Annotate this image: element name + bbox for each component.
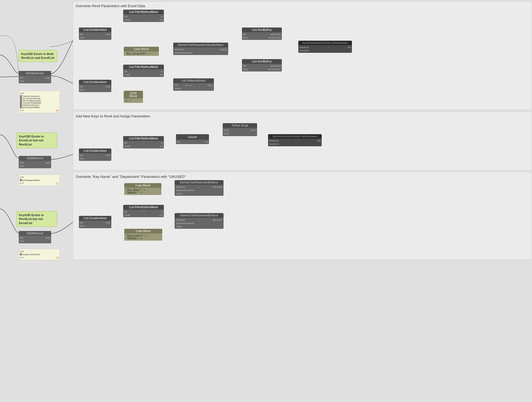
code-block-2[interactable]: Code Block 2; > xyxy=(124,91,143,103)
contains-item-2[interactable]: List.ContainsItem list › bool item › xyxy=(79,80,111,92)
set-diff2-body: list1 › var[] list2 › xyxy=(19,236,51,243)
item-port-2: item xyxy=(80,89,85,91)
set-intersection-node[interactable]: SetIntersection list1 › var[] list2 › xyxy=(19,71,51,83)
sort-by-key-2[interactable]: List.SortByKey list › sorted list keys ›… xyxy=(242,59,282,71)
filter-bool-mask-3[interactable]: List.FilterByBoolMask list › in mask › o… xyxy=(123,136,164,148)
code-block-4[interactable]: Code Block "Department"; > "UNUSED"; > xyxy=(124,229,162,241)
item-port-1: item xyxy=(80,36,85,39)
set-param-by-name-1[interactable]: Element.SetParameterByName element › Ele… xyxy=(175,180,224,196)
python-script-node[interactable]: Python Script IN[0] + - OUT IN[1] › xyxy=(223,123,257,136)
count-node[interactable]: Count list › int xyxy=(176,134,209,144)
section-title-3: Overwrite "Key Name" and "Department" Pa… xyxy=(76,175,186,179)
sync-key-schedule-2[interactable]: SynchronizeKeySchedule.SetParameters Rev… xyxy=(268,134,322,146)
item-port-4: item xyxy=(80,225,85,227)
code-block-1[interactable]: Code Block "Key_UniqueID"; > xyxy=(124,47,159,56)
get-item-at-index[interactable]: List.GetItemAtIndex list ⊞L2 ⊟ › item in… xyxy=(173,78,214,91)
set-diff1-header: SetDifference xyxy=(19,156,51,161)
set-diff1-body: list1 › var[] list2 › xyxy=(19,161,51,168)
set-param-by-name-2[interactable]: Element.SetParameterByName element › Ele… xyxy=(175,213,224,229)
item-port-3: item xyxy=(80,157,85,160)
section-title-1: Overwrite Revit Parameters with Excel Da… xyxy=(76,4,145,8)
code-block-3[interactable]: Code Block "Key Name"; > "UNUSED"; > xyxy=(124,183,161,195)
contains-item-3[interactable]: List.ContainsItem list › bool item › xyxy=(79,148,111,161)
get-param-value[interactable]: Element.GetParameterValueByName element … xyxy=(173,43,228,55)
list-display-1: List T0AYNCTfKK5oLI0I QL7mK9QcHf2mIJyf o… xyxy=(19,91,60,113)
set-difference-node-2[interactable]: SetDifference list1 › var[] list2 › xyxy=(19,231,51,243)
filter-bool-mask-2[interactable]: List.FilterByBoolMask list › in mask › o… xyxy=(123,65,164,77)
section-title-2: Add New Keys to Revit and Assign Paramet… xyxy=(76,114,150,118)
set-diff2-header: SetDifference xyxy=(19,231,51,236)
filter-bool-mask-1[interactable]: List.FilterByBoolMask list › in mask › o… xyxy=(123,10,164,22)
side-label-both: Key/UID Exists in Both RevitList and Exc… xyxy=(19,50,57,62)
set-intersection-header: SetIntersection xyxy=(19,71,51,76)
side-label-revit-only: Key/UID Exists in RevitList but not Exce… xyxy=(16,211,57,227)
set-intersection-body: list1 › var[] list2 › xyxy=(19,76,51,83)
list-display-2: List ytf4ShyAppaJqt&Wn l2 l1 (1) xyxy=(19,175,60,186)
contains-item-1[interactable]: List.ContainsItem list › bool item › xyxy=(79,27,111,40)
contains-item-4[interactable]: List.ContainsItem list › bool item › xyxy=(79,216,111,228)
filter-bool-mask-4[interactable]: List.FilterByBoolMask list › in mask › o… xyxy=(123,205,164,217)
count-node-header: Count xyxy=(176,134,209,140)
sync-key-schedule-1[interactable]: SynchronizeKeySchedule.SetParameters Rev… xyxy=(298,41,352,53)
list-display-3: List v0cepIvUn9XunbCN l2 l1 (1) xyxy=(19,249,60,260)
main-canvas: Overwrite Revit Parameters with Excel Da… xyxy=(0,0,532,402)
side-label-excel-only: Key/UID Exists in ExcelList but not Revi… xyxy=(16,133,57,148)
item-port-index: item xyxy=(208,84,212,87)
sort-by-key-1[interactable]: List.SortByKey list › sorted list keys ›… xyxy=(242,27,282,40)
set-difference-node-1[interactable]: SetDifference list1 › var[] list2 › xyxy=(19,156,51,168)
